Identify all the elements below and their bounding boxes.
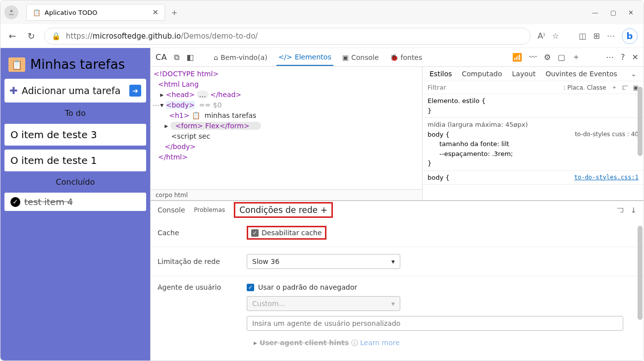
done-item[interactable]: ✓ test item 4	[4, 193, 146, 211]
window-controls: — ▢ ✕	[592, 9, 640, 16]
styles-tab-styles[interactable]: Estilos	[429, 70, 452, 78]
chevron-down-icon: ▾	[391, 258, 395, 265]
app-title: 📋 Minhas tarefas	[4, 52, 146, 75]
dom-body[interactable]: <body>	[166, 101, 195, 109]
styles-filter-actions[interactable]: : Placa. Classe	[563, 84, 606, 91]
read-aloud-icon[interactable]: A⁾	[537, 31, 545, 41]
clipboard-icon: 📋	[33, 9, 41, 16]
browser-titlebar: 📋 Aplicativo TODO ✕ ＋ — ▢ ✕	[0, 0, 644, 24]
scrollbar-thumb[interactable]	[638, 87, 643, 156]
wifi-icon[interactable]: 📶	[512, 52, 522, 62]
drawer-tab-console[interactable]: Console	[158, 206, 185, 214]
disable-cache-label: Desabilitar cache	[262, 229, 322, 237]
chevron-down-icon[interactable]: ⌄	[631, 70, 637, 78]
performance-icon[interactable]: 〰	[529, 52, 537, 62]
tab-welcome[interactable]: ⌂ Bem-vindo(a)	[212, 50, 269, 65]
gear-icon[interactable]: ⚙	[544, 52, 551, 62]
bing-icon[interactable]: b	[622, 28, 638, 44]
split-screen-icon[interactable]: ◫	[579, 31, 586, 41]
styles-tab-layout[interactable]: Layout	[512, 70, 536, 78]
demo-app-pane: 📋 Minhas tarefas ✚ Adicionar uma tarefa …	[0, 48, 150, 361]
ua-default-checkbox[interactable]: ✓	[247, 284, 254, 291]
dom-head[interactable]: <head>	[166, 91, 195, 99]
dom-tree[interactable]: <!DOCTYPE html> <html Lang ▸ <head> … </…	[151, 67, 422, 200]
drawer-tabs: Console Problemas Condições de rede + ⫎ …	[151, 201, 644, 219]
scrollbar-thumb[interactable]	[638, 226, 643, 320]
tab-elements[interactable]: </> Elementos	[276, 49, 333, 66]
ua-custom-select: Custom... ▾	[247, 296, 400, 311]
styles-tab-computed[interactable]: Computado	[462, 70, 502, 78]
css-rule[interactable]: mídia (largura máxima: 45øpx) body {to-d…	[423, 118, 644, 171]
minimize-icon[interactable]: —	[592, 9, 598, 16]
dock-icon[interactable]: ◧	[186, 52, 194, 62]
task-item[interactable]: O item de teste 3	[4, 124, 146, 146]
help-icon[interactable]: ?	[621, 52, 625, 62]
throttle-label: Limitação de rede	[158, 258, 247, 265]
ua-custom-input[interactable]	[247, 316, 623, 331]
profile-avatar[interactable]	[4, 5, 18, 19]
dom-form[interactable]: <form> Flex</form>	[175, 122, 250, 130]
ua-hints-toggle[interactable]: User agent client hints	[260, 339, 349, 347]
disable-cache-checkbox[interactable]: ✓	[251, 229, 259, 237]
section-done-label: Concluído	[4, 175, 146, 189]
ua-default-label: Usar o padrão do navegador	[258, 283, 357, 291]
dom-script[interactable]: <script sec	[171, 132, 211, 140]
refresh-icon[interactable]: ↻	[25, 31, 37, 41]
more-icon[interactable]: ⋯	[606, 52, 614, 62]
bug-icon: 🐞	[390, 53, 398, 61]
cache-row: Cache ✓ Desabilitar cache	[151, 219, 644, 247]
throttle-select[interactable]: Slow 36 ▾	[247, 254, 400, 269]
drawer-dock-icon[interactable]: ⫎	[617, 206, 624, 214]
url-host: microsoftedge.github.io	[93, 32, 181, 41]
device-toggle-icon[interactable]: ⧉	[174, 52, 179, 62]
close-devtools-icon[interactable]: ✕	[632, 52, 639, 62]
clipboard-icon: 📋	[8, 57, 25, 72]
chevron-down-icon: ▾	[391, 300, 395, 308]
devtools-pane: CA ⧉ ◧ ⌂ Bem-vindo(a) </> Elementos ▣ Co…	[150, 48, 644, 361]
css-rule[interactable]: body {to-do-styles.css:1	[423, 171, 644, 185]
task-item[interactable]: O item de teste 1	[4, 150, 146, 171]
address-actions: A⁾ ☆ ◫ ⊞ ⋯ b	[537, 28, 638, 44]
add-task-placeholder: Adicionar uma tarefa	[22, 85, 121, 96]
tab-console[interactable]: ▣ Console	[340, 50, 381, 65]
browser-tab[interactable]: 📋 Aplicativo TODO ✕	[26, 4, 165, 21]
styles-tab-listeners[interactable]: Ouvintes de Eventos	[545, 70, 617, 78]
close-window-icon[interactable]: ✕	[628, 9, 634, 16]
address-bar: ← ↻ 🔒 https://microsoftedge.github.io/De…	[0, 24, 644, 48]
dom-html: <html Lang	[158, 80, 199, 88]
done-item-text: test item 4	[24, 197, 73, 207]
back-icon[interactable]: ←	[6, 31, 18, 41]
styles-pane: Estilos Computado Layout Ouvintes de Eve…	[422, 67, 644, 200]
css-source-link[interactable]: to-do-styles.css:1	[574, 174, 639, 181]
app-title-text: Minhas tarefas	[30, 57, 125, 72]
maximize-icon[interactable]: ▢	[610, 9, 616, 16]
submit-task-icon[interactable]: ➜	[129, 85, 141, 97]
ua-learn-more-link[interactable]: Learn more	[360, 339, 400, 347]
collections-icon[interactable]: ⊞	[593, 31, 600, 41]
check-icon: ✓	[10, 197, 20, 207]
styles-filter-input[interactable]	[428, 84, 559, 91]
drawer-expand-icon[interactable]: ⤓	[631, 206, 637, 214]
drawer-tab-problems[interactable]: Problemas	[194, 206, 225, 213]
plus-icon: ✚	[9, 85, 18, 97]
panel-icon[interactable]: ▢	[558, 52, 565, 62]
tab-sources[interactable]: 🐞 fontes	[388, 50, 425, 65]
devtools-drawer: Console Problemas Condições de rede + ⫎ …	[151, 201, 644, 361]
dom-h1[interactable]: <h1>	[169, 111, 189, 119]
add-task-input[interactable]: ✚ Adicionar uma tarefa ➜	[4, 79, 146, 103]
code-icon: </>	[278, 53, 292, 61]
console-icon: ▣	[342, 53, 349, 61]
new-tab-button[interactable]: ＋	[170, 6, 179, 18]
more-icon[interactable]: ⋯	[607, 31, 615, 41]
add-panel-icon[interactable]: ＋	[572, 52, 580, 62]
drawer-tab-network-conditions[interactable]: Condições de rede +	[234, 202, 333, 218]
favorite-icon[interactable]: ☆	[552, 31, 559, 41]
css-rule[interactable]: Elemento. estilo { }	[423, 94, 644, 118]
url-input[interactable]: 🔒 https://microsoftedge.github.io/Demos/…	[44, 28, 531, 45]
inspect-mode-label[interactable]: CA	[156, 52, 167, 62]
plus-icon[interactable]: ＋	[611, 83, 617, 92]
dom-breadcrumb[interactable]: corpo html	[151, 189, 422, 200]
flex-icon[interactable]: ⫍	[622, 84, 628, 91]
close-tab-icon[interactable]: ✕	[152, 8, 159, 17]
person-icon	[7, 8, 15, 16]
